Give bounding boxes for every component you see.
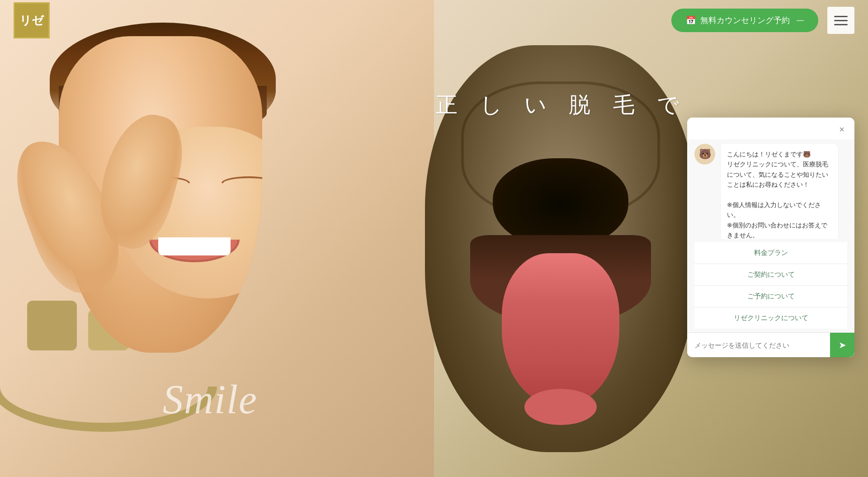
calendar-icon: 📅 [686,15,696,25]
dog-tongue [502,253,619,407]
chat-header: × [687,118,854,139]
chat-input-area: ➤ [687,332,854,357]
hamburger-menu-button[interactable] [827,7,854,34]
chat-messages-area: 🐻 こんにちは！リゼくまです🐻 リゼクリニックについて、医療脱毛について、気にな… [687,139,854,239]
dog-tongue-tip [524,389,597,425]
booking-button-label: 無料カウンセリング予約 [700,15,790,26]
chat-close-button[interactable]: × [835,123,848,136]
menu-line-3 [834,24,848,25]
booking-button[interactable]: 📅 無料カウンセリング予約 — [671,9,818,32]
chat-option-contract[interactable]: ご契約について [694,264,847,286]
site-logo: リゼ [14,2,50,38]
chat-option-reservation[interactable]: ご予約について [694,286,847,307]
site-header: リゼ 📅 無料カウンセリング予約 — [0,0,868,41]
person-teeth [158,237,231,255]
smile-text: Smile [163,376,258,423]
chat-widget: × 🐻 こんにちは！リゼくまです🐻 リゼクリニックについて、医療脱毛について、気… [687,118,854,357]
bot-avatar: 🐻 [694,144,715,165]
menu-line-1 [834,16,848,17]
bot-message: 🐻 こんにちは！リゼくまです🐻 リゼクリニックについて、医療脱毛について、気にな… [694,144,847,239]
bot-bubble: こんにちは！リゼくまです🐻 リゼクリニックについて、医療脱毛について、気になるこ… [721,144,838,239]
send-icon: ➤ [839,340,846,350]
chat-option-about[interactable]: リゼクリニックについて [694,307,847,329]
header-actions: 📅 無料カウンセリング予約 — [671,7,854,34]
hero-heading: 正 し い 脱 毛 で [436,90,687,119]
chat-options: 料金プラン ご契約について ご予約について リゼクリニックについて [687,239,854,332]
chat-input[interactable] [687,334,830,356]
arrow-icon: — [797,16,804,24]
chat-send-button[interactable]: ➤ [830,333,854,357]
chat-option-pricing[interactable]: 料金プラン [694,242,847,264]
menu-line-2 [834,20,848,21]
